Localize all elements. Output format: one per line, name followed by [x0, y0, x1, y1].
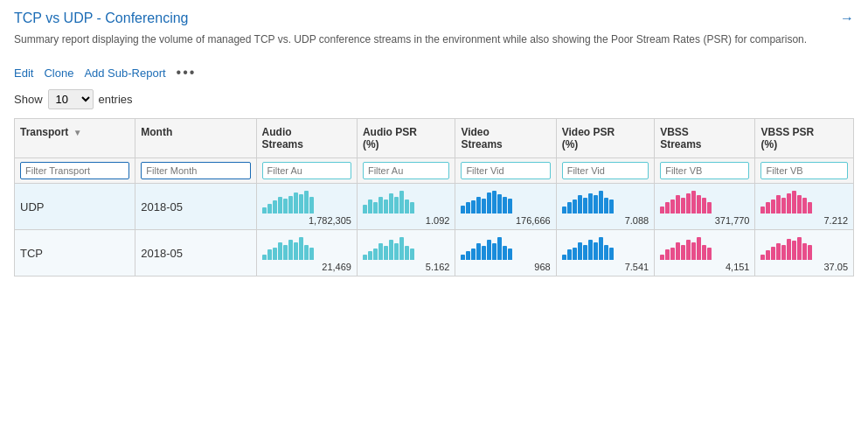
- transport-cell: TCP: [15, 230, 135, 276]
- entries-select[interactable]: 10 25 50 100: [48, 89, 94, 109]
- video-streams-cell: 968: [455, 230, 556, 276]
- col-video-streams: VideoStreams: [455, 119, 556, 158]
- mini-chart: [262, 234, 351, 260]
- mini-chart: [363, 187, 449, 214]
- navigate-arrow-icon[interactable]: →: [840, 10, 854, 26]
- edit-link[interactable]: Edit: [14, 66, 33, 80]
- mini-chart: [461, 187, 550, 214]
- chart-value-label: 4,151: [660, 262, 749, 272]
- col-transport[interactable]: Transport ▼: [15, 119, 135, 158]
- mini-chart: [461, 234, 550, 260]
- page-description: Summary report displaying the volume of …: [14, 32, 853, 47]
- video-psr-cell: 7.541: [556, 230, 654, 276]
- filter-audio-psr-input[interactable]: [363, 162, 449, 179]
- chart-value-label: 968: [461, 262, 550, 272]
- chart-value-label: 7.088: [562, 215, 649, 226]
- chart-value-label: 7.212: [760, 215, 848, 226]
- filter-month-cell: [135, 158, 256, 184]
- mini-chart: [660, 234, 749, 260]
- filter-row: [15, 158, 854, 184]
- data-table: Transport ▼ Month AudioStreams Audio PSR…: [14, 118, 854, 276]
- filter-video-psr-input[interactable]: [562, 162, 649, 179]
- table-row: TCP2018-0521,4695.1629687.5414,15137.05: [15, 230, 854, 276]
- filter-video-cell: [455, 158, 556, 184]
- transport-cell: UDP: [15, 184, 135, 230]
- mini-chart: [262, 187, 351, 214]
- video-psr-cell: 7.088: [556, 184, 654, 230]
- col-vbss-streams: VBSSStreams: [655, 119, 755, 158]
- col-audio-psr: Audio PSR(%): [357, 119, 455, 158]
- table-row: UDP2018-051,782,3051.092176,6667.088371,…: [15, 184, 854, 230]
- mini-chart: [660, 187, 749, 214]
- filter-audio-psr-cell: [357, 158, 455, 184]
- page-title: TCP vs UDP - Conferencing: [14, 10, 188, 26]
- add-sub-report-link[interactable]: Add Sub-Report: [84, 66, 165, 80]
- chart-value-label: 1,782,305: [262, 215, 351, 226]
- month-cell: 2018-05: [135, 230, 256, 276]
- vbss-streams-cell: 4,151: [655, 230, 755, 276]
- mini-chart: [760, 187, 848, 214]
- mini-chart: [562, 187, 649, 214]
- col-month: Month: [135, 119, 256, 158]
- audio-psr-cell: 1.092: [357, 184, 455, 230]
- show-label: Show: [14, 93, 43, 106]
- chart-value-label: 5.162: [363, 262, 449, 272]
- mini-chart: [760, 234, 848, 260]
- filter-transport-cell: [15, 158, 135, 184]
- page-title-bar: TCP vs UDP - Conferencing →: [14, 10, 854, 26]
- table-header-row: Transport ▼ Month AudioStreams Audio PSR…: [15, 119, 854, 158]
- filter-video-psr-cell: [556, 158, 654, 184]
- filter-audio-input[interactable]: [262, 162, 351, 179]
- audio-psr-cell: 5.162: [357, 230, 455, 276]
- vbss-streams-cell: 371,770: [655, 184, 755, 230]
- show-entries-control: Show 10 25 50 100 entries: [14, 89, 854, 109]
- chart-value-label: 7.541: [562, 262, 649, 272]
- toolbar: Edit Clone Add Sub-Report •••: [14, 65, 854, 80]
- filter-vbss-input[interactable]: [660, 162, 749, 179]
- filter-month-input[interactable]: [141, 162, 250, 179]
- mini-chart: [363, 234, 449, 260]
- filter-vbss-psr-cell: [755, 158, 854, 184]
- vbss-psr-cell: 37.05: [755, 230, 854, 276]
- filter-transport-input[interactable]: [20, 162, 129, 179]
- video-streams-cell: 176,666: [455, 184, 556, 230]
- col-video-psr: Video PSR(%): [556, 119, 654, 158]
- chart-value-label: 176,666: [461, 215, 550, 226]
- col-audio-streams: AudioStreams: [256, 119, 357, 158]
- chart-value-label: 371,770: [660, 215, 749, 226]
- vbss-psr-cell: 7.212: [755, 184, 854, 230]
- clone-link[interactable]: Clone: [44, 66, 73, 80]
- filter-video-input[interactable]: [461, 162, 550, 179]
- chart-value-label: 1.092: [363, 215, 449, 226]
- month-cell: 2018-05: [135, 184, 256, 230]
- entries-label: entries: [99, 93, 133, 106]
- sort-arrow-icon: ▼: [73, 128, 82, 137]
- col-vbss-psr: VBSS PSR(%): [755, 119, 854, 158]
- filter-vbss-psr-input[interactable]: [760, 162, 848, 179]
- filter-vbss-cell: [655, 158, 755, 184]
- filter-audio-cell: [256, 158, 357, 184]
- mini-chart: [562, 234, 649, 260]
- chart-value-label: 21,469: [262, 262, 351, 272]
- chart-value-label: 37.05: [760, 262, 848, 272]
- audio-streams-cell: 21,469: [256, 230, 357, 276]
- more-options-button[interactable]: •••: [177, 65, 197, 80]
- audio-streams-cell: 1,782,305: [256, 184, 357, 230]
